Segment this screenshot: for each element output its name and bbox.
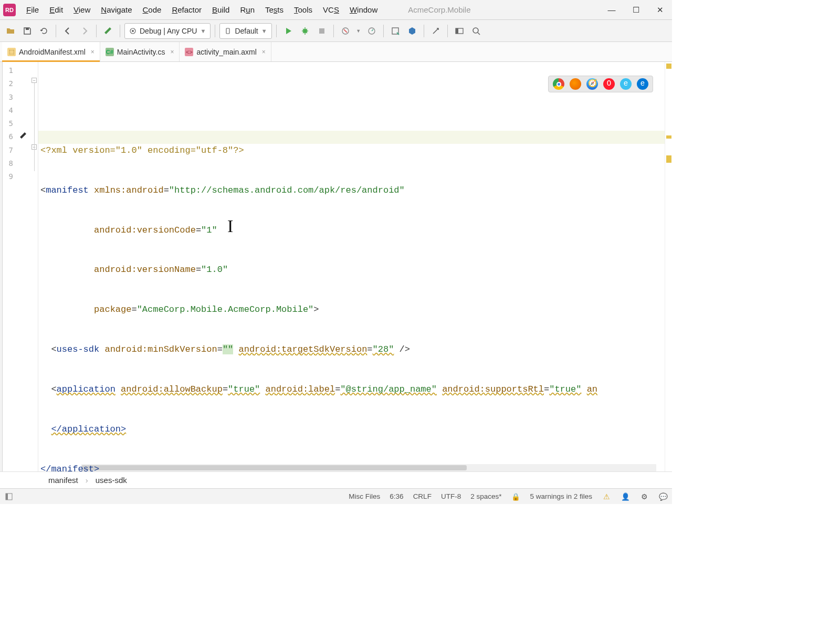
maximize-button[interactable]: ☐ — [624, 0, 648, 20]
config-dropdown[interactable]: Debug | Any CPU ▼ — [124, 23, 211, 39]
menu-file[interactable]: File — [21, 3, 44, 16]
warning-mark[interactable] — [666, 135, 671, 139]
warning-mark[interactable] — [666, 155, 671, 163]
gutter-icons — [16, 62, 31, 471]
close-icon[interactable]: × — [170, 48, 174, 56]
breadcrumb-item[interactable]: manifest — [48, 476, 78, 485]
opera-icon[interactable]: O — [603, 78, 615, 90]
app-icon: RD — [3, 4, 16, 16]
menu-edit[interactable]: Edit — [44, 3, 68, 16]
menu-navigate[interactable]: Navigate — [96, 3, 137, 16]
separator — [120, 25, 120, 37]
status-inspections[interactable]: 5 warnings in 2 files — [530, 492, 592, 500]
breadcrumb-item[interactable]: uses-sdk — [96, 476, 127, 485]
toolbar: Debug | Any CPU ▼ Default ▼ ▼ — [0, 20, 672, 42]
tab-android-manifest[interactable]: ⬚ AndroidManifest.xml × — [2, 42, 100, 61]
coverage-button[interactable] — [364, 24, 379, 38]
lock-icon[interactable]: 🔒 — [511, 492, 520, 501]
search-everywhere-button[interactable] — [469, 24, 484, 38]
menu-view[interactable]: View — [68, 3, 96, 16]
tab-label: activity_main.axml — [196, 48, 256, 56]
main-menu: File Edit View Navigate Code Refactor Bu… — [21, 3, 383, 16]
menu-build[interactable]: Build — [207, 3, 235, 16]
status-bar: Misc Files 6:36 CRLF UTF-8 2 spaces* 🔒 5… — [0, 488, 672, 504]
stop-button[interactable] — [314, 24, 329, 38]
tab-label: AndroidManifest.xml — [19, 48, 86, 56]
text-cursor-icon: I — [227, 219, 233, 233]
notifications-icon[interactable]: 💬 — [658, 492, 668, 501]
run-button[interactable] — [281, 24, 296, 38]
status-encoding[interactable]: UTF-8 — [441, 492, 461, 500]
warning-icon[interactable]: ⚠ — [602, 492, 611, 501]
title-bar: RD File Edit View Navigate Code Refactor… — [0, 0, 672, 20]
attach-button[interactable] — [388, 24, 403, 38]
menu-refactor[interactable]: Refactor — [166, 3, 207, 16]
status-line-ending[interactable]: CRLF — [413, 492, 432, 500]
separator — [96, 25, 97, 37]
svg-rect-0 — [26, 28, 29, 30]
nuget-button[interactable] — [405, 24, 419, 38]
menu-run[interactable]: Run — [235, 3, 260, 16]
settings-button[interactable] — [428, 24, 443, 38]
close-icon[interactable]: × — [91, 48, 94, 56]
window-controls: — ☐ ✕ — [600, 0, 672, 20]
status-position[interactable]: 6:36 — [390, 492, 403, 500]
device-label: Default — [235, 27, 258, 35]
ie-icon[interactable]: e — [620, 78, 632, 90]
svg-rect-10 — [456, 28, 458, 34]
inspection-indicator[interactable] — [666, 64, 671, 69]
save-button[interactable] — [20, 24, 35, 38]
config-label: Debug | Any CPU — [140, 27, 197, 35]
layout-button[interactable] — [452, 24, 467, 38]
breadcrumb: manifest › uses-sdk — [0, 471, 672, 488]
svg-point-2 — [132, 30, 134, 32]
minimize-button[interactable]: — — [600, 0, 624, 20]
separator — [424, 25, 424, 37]
browser-preview-bar: 🧭 O e e — [548, 76, 653, 92]
refresh-button[interactable] — [37, 24, 51, 38]
editor[interactable]: 1 2 3 4 5 6 7 8 9 − − 🧭 O e e <?xml vers… — [0, 62, 672, 471]
status-indent[interactable]: 2 spaces* — [470, 492, 501, 500]
open-button[interactable] — [3, 24, 18, 38]
inspector-icon[interactable]: 👤 — [621, 492, 630, 501]
processes-icon[interactable]: ⚙ — [639, 492, 649, 501]
axml-file-icon: <> — [185, 48, 193, 56]
tab-label: MainActivity.cs — [117, 48, 165, 56]
device-dropdown[interactable]: Default ▼ — [219, 23, 271, 39]
profile-button[interactable] — [338, 24, 353, 38]
svg-rect-3 — [226, 28, 229, 34]
edge-icon[interactable]: e — [637, 78, 648, 90]
profile-dropdown[interactable]: ▼ — [355, 24, 362, 38]
close-icon[interactable]: × — [262, 48, 266, 56]
separator — [383, 25, 384, 37]
separator — [56, 25, 56, 37]
hammer-icon[interactable] — [18, 131, 28, 140]
hammer-icon[interactable] — [101, 24, 116, 38]
project-name: AcmeCorp.Mobile — [408, 5, 470, 14]
separator — [447, 25, 448, 37]
fold-column: − − — [31, 62, 38, 471]
chrome-icon[interactable] — [553, 78, 564, 90]
separator — [215, 25, 215, 37]
menu-tests[interactable]: Tests — [260, 3, 289, 16]
menu-tools[interactable]: Tools — [289, 3, 318, 16]
debug-button[interactable] — [298, 24, 312, 38]
close-window-button[interactable]: ✕ — [648, 0, 672, 20]
menu-vcs[interactable]: VCS — [318, 3, 344, 16]
forward-button[interactable] — [77, 24, 92, 38]
menu-window[interactable]: Window — [344, 3, 383, 16]
target-icon — [129, 27, 136, 35]
safari-icon[interactable]: 🧭 — [586, 78, 598, 90]
back-button[interactable] — [60, 24, 75, 38]
code-area[interactable]: 🧭 O e e <?xml version="1.0" encoding="ut… — [38, 62, 665, 471]
firefox-icon[interactable] — [570, 78, 581, 90]
status-context[interactable]: Misc Files — [349, 492, 380, 500]
menu-code[interactable]: Code — [138, 3, 167, 16]
tool-window-toggle[interactable] — [4, 492, 14, 501]
svg-rect-5 — [319, 28, 324, 34]
chevron-right-icon: › — [86, 476, 88, 485]
tab-main-activity[interactable]: C# MainActivity.cs × — [100, 42, 180, 61]
error-stripe[interactable] — [665, 62, 672, 471]
fold-toggle[interactable]: − — [32, 78, 37, 83]
tab-activity-main-axml[interactable]: <> activity_main.axml × — [180, 42, 271, 61]
